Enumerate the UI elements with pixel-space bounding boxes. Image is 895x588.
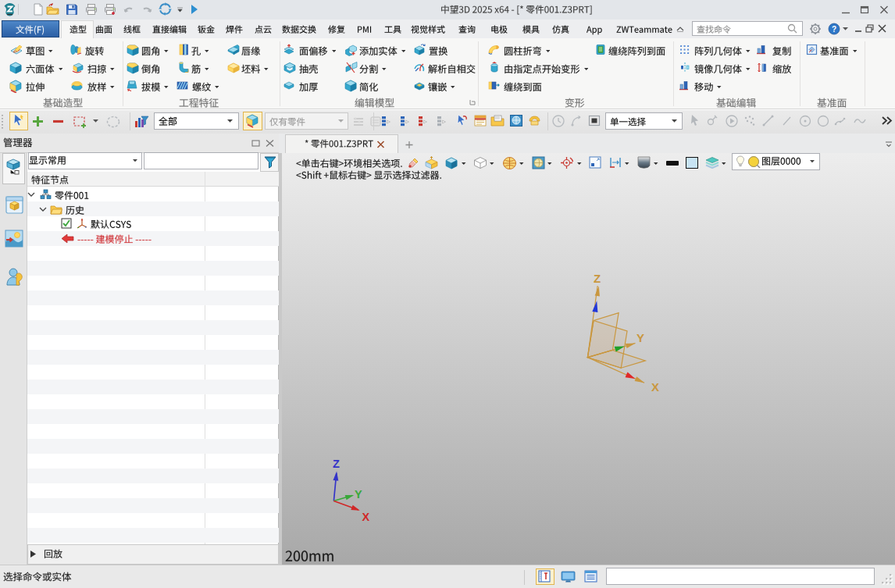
svg-text:Z: Z — [333, 458, 340, 470]
svg-text:Y: Y — [636, 331, 644, 344]
svg-text:Z: Z — [594, 272, 601, 285]
svg-text:X: X — [651, 380, 659, 394]
svg-text:?: ? — [832, 25, 836, 34]
svg-text:X: X — [362, 511, 370, 523]
svg-text:Y: Y — [355, 488, 362, 501]
